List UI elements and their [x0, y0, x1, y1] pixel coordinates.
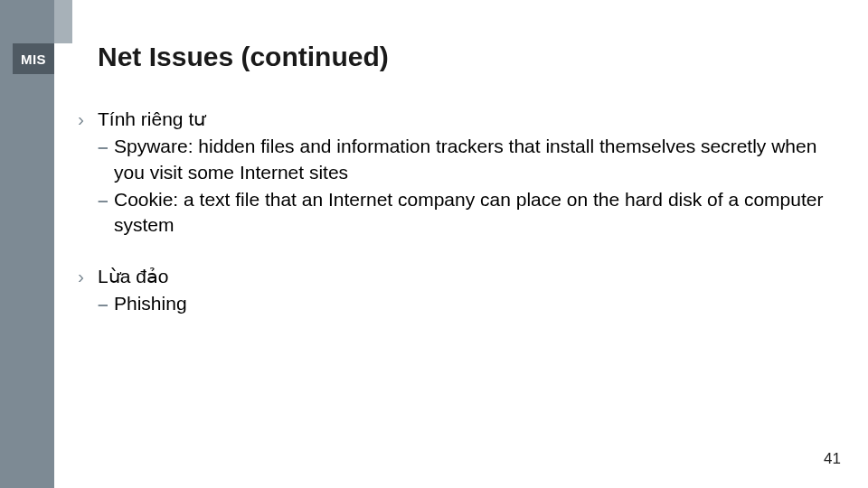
bullet-marker-icon: › [78, 107, 98, 239]
sub-bullet-text: Phishing [114, 291, 837, 316]
sub-bullet-marker-icon: – [98, 134, 114, 185]
sub-bullet-text: Spyware: hidden files and information tr… [114, 134, 837, 185]
header-accent-block [54, 0, 72, 43]
sub-bullet-item: – Cookie: a text file that an Internet c… [98, 187, 837, 239]
bullet-item: › Tính riêng tư – Spyware: hidden files … [78, 107, 837, 239]
sub-bullet-text: Cookie: a text file that an Internet com… [114, 187, 837, 239]
mis-badge: MIS [13, 43, 54, 74]
sub-bullet-marker-icon: – [98, 291, 114, 316]
bullet-item: › Lừa đảo – Phishing [78, 264, 837, 317]
sub-bullet-item: – Spyware: hidden files and information … [98, 134, 837, 185]
bullet-marker-icon: › [78, 264, 98, 317]
sub-bullet-item: – Phishing [98, 291, 837, 316]
bullet-heading: Tính riêng tư [98, 107, 837, 132]
page-number: 41 [824, 450, 841, 468]
sub-bullet-marker-icon: – [98, 187, 114, 239]
slide-content: › Tính riêng tư – Spyware: hidden files … [78, 107, 837, 316]
bullet-heading: Lừa đảo [98, 264, 837, 289]
slide-title: Net Issues (continued) [98, 42, 389, 72]
